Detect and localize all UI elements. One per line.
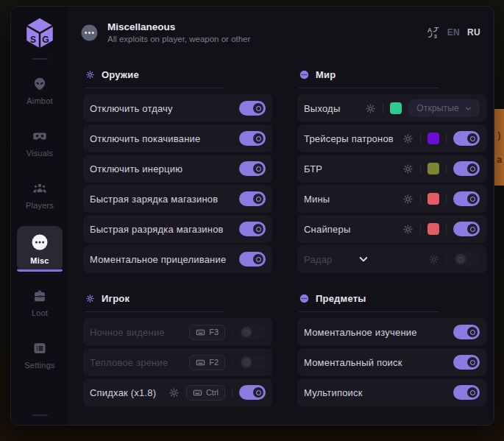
row-controls (453, 325, 480, 339)
sidebar-item-settings[interactable]: Settings (17, 334, 63, 376)
row-settings-gear-icon[interactable] (402, 224, 414, 235)
sidebar-item-aimbot[interactable]: Aimbot (17, 69, 63, 112)
feature-row: Трейсеры патронов (297, 124, 486, 152)
color-swatch[interactable] (390, 102, 402, 114)
section-мир: МирВыходыОткрытыеТрейсеры патроновБТРМин… (297, 58, 486, 273)
feature-row: Тепловое зрениеF2 (83, 348, 272, 376)
sidebar-item-visuals[interactable]: Visuals (17, 121, 63, 164)
feature-label: Отключить покачивание (90, 133, 239, 144)
feature-toggle[interactable] (239, 355, 266, 370)
toggle-knob (253, 103, 263, 113)
svg-text:G: G (42, 35, 49, 45)
control-divider (420, 163, 421, 174)
feature-toggle[interactable] (453, 325, 480, 339)
dropdown-value: Открытые (416, 103, 459, 113)
keyboard-icon (193, 388, 202, 398)
feature-row: Мультипоиск (297, 378, 486, 406)
row-settings-gear-icon[interactable] (402, 163, 414, 174)
feature-row: Отключить инерцию (83, 155, 272, 183)
feature-label: Мины (304, 194, 402, 205)
feature-toggle[interactable] (239, 385, 266, 400)
hotkey-badge[interactable]: F3 (189, 325, 225, 340)
gear-icon (85, 70, 95, 80)
feature-toggle[interactable] (453, 191, 480, 206)
row-controls (428, 252, 480, 267)
sidebar-item-loot[interactable]: Loot (17, 281, 63, 324)
control-divider (420, 194, 421, 204)
row-controls (402, 161, 480, 176)
feature-label: Отключить отдачу (90, 103, 239, 114)
feature-toggle[interactable] (453, 222, 480, 236)
feature-toggle[interactable] (453, 161, 480, 176)
color-swatch[interactable] (427, 163, 439, 174)
feature-row: БТР (297, 155, 486, 183)
sidebar-item-players[interactable]: Players (17, 174, 63, 216)
sidebar-nav: AimbotVisualsPlayersMiscLootSettings (17, 60, 63, 376)
section-игрок: ИгрокНочное видениеF3Тепловое зрениеF2Сп… (83, 282, 272, 406)
sidebar-item-label: Aimbot (26, 96, 52, 105)
control-divider (232, 327, 233, 337)
feature-toggle[interactable] (239, 325, 266, 339)
toggle-knob (467, 133, 478, 144)
section-header: Предметы (297, 282, 486, 311)
feature-toggle[interactable] (239, 222, 266, 236)
feature-toggle[interactable] (239, 101, 266, 116)
language-switcher: Aз ENRU (427, 26, 480, 39)
column-left: ОружиеОтключить отдачуОтключить покачива… (83, 58, 272, 425)
control-divider (446, 224, 447, 234)
section-header: Игрок (83, 282, 272, 311)
svg-text:з: з (434, 33, 437, 39)
feature-toggle[interactable] (453, 385, 480, 400)
dropdown-select[interactable]: Открытые (408, 99, 480, 117)
feature-row: Ночное видениеF3 (83, 318, 272, 346)
sidebar-item-misc[interactable]: Misc (17, 226, 63, 272)
color-swatch[interactable] (427, 223, 439, 235)
feature-row: Отключить отдачу (83, 94, 272, 122)
row-controls (239, 101, 266, 116)
keyboard-icon (196, 358, 205, 367)
sidebar-item-label: Players (26, 201, 54, 210)
feature-toggle[interactable] (239, 131, 266, 146)
svg-text:S: S (30, 35, 36, 45)
list-icon (32, 341, 47, 356)
feature-label: Мультипоиск (304, 387, 453, 398)
feature-row: Спидхак (x1.8)Ctrl (83, 378, 272, 406)
toggle-knob (467, 387, 478, 398)
hotkey-label: F3 (209, 328, 219, 336)
row-settings-gear-icon[interactable] (365, 103, 376, 114)
control-divider (446, 163, 447, 174)
toggle-knob (253, 133, 263, 144)
toggle-knob (467, 163, 478, 174)
hotkey-badge[interactable]: Ctrl (186, 385, 225, 401)
row-controls: Ctrl (168, 385, 266, 401)
expand-chevron-icon[interactable] (358, 253, 369, 265)
feature-toggle[interactable] (453, 252, 480, 267)
background-game-hud-fragment: )a (494, 109, 504, 186)
control-divider (446, 194, 447, 204)
language-option-en[interactable]: EN (447, 27, 460, 38)
players-icon (32, 181, 47, 196)
language-option-ru[interactable]: RU (467, 27, 480, 38)
feature-toggle[interactable] (453, 355, 480, 370)
row-settings-gear-icon[interactable] (428, 254, 439, 265)
app-logo-cube-icon: SG (24, 16, 55, 50)
color-swatch[interactable] (427, 133, 439, 144)
section-header: Оружие (83, 58, 272, 88)
column-right: МирВыходыОткрытыеТрейсеры патроновБТРМин… (297, 58, 486, 425)
row-settings-gear-icon[interactable] (402, 194, 414, 205)
section-divider (299, 311, 439, 312)
row-settings-gear-icon[interactable] (168, 387, 180, 398)
sidebar-item-label: Visuals (26, 149, 54, 158)
toggle-knob (253, 254, 263, 264)
feature-toggle[interactable] (239, 191, 266, 206)
background-ground (0, 426, 504, 441)
color-swatch[interactable] (427, 193, 439, 205)
control-divider (420, 133, 421, 144)
feature-toggle[interactable] (453, 131, 480, 146)
feature-row: Быстрая зарядка магазинов (83, 185, 272, 213)
feature-toggle[interactable] (239, 252, 266, 267)
row-settings-gear-icon[interactable] (402, 133, 414, 144)
feature-toggle[interactable] (239, 161, 266, 176)
row-controls: F3 (189, 325, 266, 340)
hotkey-badge[interactable]: F2 (189, 355, 225, 370)
